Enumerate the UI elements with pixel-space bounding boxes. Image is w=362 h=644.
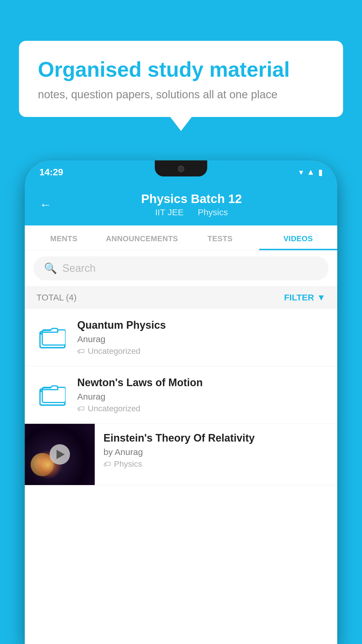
video-tag: 🏷 Physics <box>103 459 328 469</box>
search-bar-container: 🔍 Search <box>25 251 337 286</box>
video-tag: 🏷 Uncategorized <box>77 346 326 356</box>
back-button[interactable]: ← <box>39 198 52 212</box>
tag-label: Uncategorized <box>88 346 140 356</box>
tabs-bar: MENTS ANNOUNCEMENTS TESTS VIDEOS <box>25 225 337 251</box>
search-icon: 🔍 <box>44 262 57 274</box>
signal-icon: ▲ <box>307 167 315 177</box>
total-count: TOTAL (4) <box>36 293 77 302</box>
tab-announcements[interactable]: ANNOUNCEMENTS <box>103 225 181 250</box>
notch <box>155 160 207 176</box>
filter-label: FILTER <box>284 293 314 302</box>
tag-icon: 🏷 <box>77 347 85 356</box>
subtitle-iitjee: IIT JEE <box>155 207 184 217</box>
phone-frame: 14:29 ▾ ▲ ▮ ← Physics Batch 12 IIT JEE P… <box>25 160 337 644</box>
play-button[interactable] <box>50 444 70 465</box>
subtitle-physics: Physics <box>198 207 228 217</box>
tag-label: Physics <box>114 459 142 469</box>
tag-label: Uncategorized <box>88 404 140 413</box>
filter-icon: ▼ <box>317 293 326 302</box>
video-title: Newton's Laws of Motion <box>77 377 326 389</box>
wifi-icon: ▾ <box>299 167 303 177</box>
list-item[interactable]: Quantum Physics Anurag 🏷 Uncategorized <box>25 309 337 366</box>
content-area: Quantum Physics Anurag 🏷 Uncategorized <box>25 309 337 644</box>
tab-videos[interactable]: VIDEOS <box>259 225 337 250</box>
header-title: Physics Batch 12 <box>60 192 323 206</box>
status-time: 14:29 <box>39 167 63 178</box>
tab-tests[interactable]: TESTS <box>181 225 259 250</box>
camera-icon <box>178 166 184 172</box>
folder-icon <box>39 383 66 407</box>
play-icon <box>57 450 65 459</box>
header-subtitle: IIT JEE Physics <box>60 207 323 217</box>
filter-button[interactable]: FILTER ▼ <box>284 293 326 302</box>
status-icons: ▾ ▲ ▮ <box>299 167 323 177</box>
video-info: Newton's Laws of Motion Anurag 🏷 Uncateg… <box>77 377 326 413</box>
folder-thumbnail <box>36 379 68 411</box>
video-title: Einstein's Theory Of Relativity <box>103 432 328 444</box>
speech-bubble-container: Organised study material notes, question… <box>19 41 343 117</box>
phone-screen: 14:29 ▾ ▲ ▮ ← Physics Batch 12 IIT JEE P… <box>25 160 337 644</box>
bubble-subtitle: notes, question papers, solutions all at… <box>38 88 324 101</box>
video-author: Anurag <box>77 392 326 402</box>
tag-icon: 🏷 <box>77 404 85 413</box>
list-item[interactable]: Einstein's Theory Of Relativity by Anura… <box>25 424 337 485</box>
video-info: Einstein's Theory Of Relativity by Anura… <box>95 424 337 477</box>
app-header: ← Physics Batch 12 IIT JEE Physics <box>25 184 337 225</box>
bubble-title: Organised study material <box>38 57 324 82</box>
folder-thumbnail <box>36 321 68 354</box>
video-author: by Anurag <box>103 447 328 457</box>
search-bar[interactable]: 🔍 Search <box>34 256 328 280</box>
video-image-thumbnail <box>25 424 95 485</box>
search-placeholder: Search <box>62 262 96 274</box>
folder-icon <box>39 326 66 349</box>
speech-bubble: Organised study material notes, question… <box>19 41 343 117</box>
video-author: Anurag <box>77 334 326 344</box>
video-tag: 🏷 Uncategorized <box>77 404 326 413</box>
battery-icon: ▮ <box>318 167 323 177</box>
list-item[interactable]: Newton's Laws of Motion Anurag 🏷 Uncateg… <box>25 366 337 424</box>
status-bar: 14:29 ▾ ▲ ▮ <box>25 160 337 184</box>
video-title: Quantum Physics <box>77 319 326 331</box>
tag-icon: 🏷 <box>103 460 111 469</box>
video-info: Quantum Physics Anurag 🏷 Uncategorized <box>77 319 326 356</box>
filter-bar: TOTAL (4) FILTER ▼ <box>25 286 337 309</box>
tab-ments[interactable]: MENTS <box>25 225 103 250</box>
header-title-group: Physics Batch 12 IIT JEE Physics <box>60 192 323 217</box>
